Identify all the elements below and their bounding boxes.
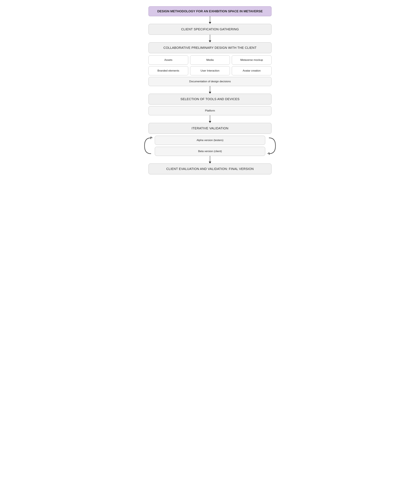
platform-box: Platform — [148, 106, 272, 115]
collab-design-label: COLLABORATIVE PRELIMINARY DESIGN WITH TH… — [163, 46, 257, 49]
arrow-1 — [209, 16, 211, 24]
final-label: CLIENT EVALUATION AND VALIDATION: FINAL … — [166, 167, 254, 171]
branded-elements-label: Branded elements — [158, 69, 179, 72]
client-spec-box: CLIENT SPECIFICATION GATHERING — [148, 24, 272, 35]
iterative-validation-box: ITERATIVE VALIDATION — [148, 123, 272, 134]
selection-box: SELECTION OF TOOLS AND DEVICES — [148, 94, 272, 105]
assets-label: Assets — [164, 58, 172, 61]
user-interaction-box: User Interaction — [190, 66, 230, 75]
media-box: Media — [190, 55, 230, 65]
iterative-validation-label: ITERATIVE VALIDATION — [192, 126, 228, 130]
version-boxes-column: Alpha version (testers) Beta version (cl… — [155, 136, 265, 156]
platform-label: Platform — [205, 109, 215, 112]
diagram-container: DESIGN METHODOLOGY FOR AN EXHIBITION SPA… — [142, 6, 278, 174]
documentation-box: Documentation of design decisions — [148, 77, 272, 86]
alpha-version-label: Alpha version (testers) — [197, 139, 223, 142]
avatar-creation-label: Avatar creation — [243, 69, 261, 72]
arrow-5 — [209, 156, 211, 163]
sub-items-grid-row1: Assets Media Metaverse mockup — [148, 55, 272, 65]
documentation-label: Documentation of design decisions — [189, 80, 231, 83]
arrow-4 — [209, 115, 211, 123]
selection-label: SELECTION OF TOOLS AND DEVICES — [181, 97, 239, 101]
branded-elements-box: Branded elements — [148, 66, 188, 75]
collab-design-box: COLLABORATIVE PRELIMINARY DESIGN WITH TH… — [148, 42, 272, 53]
beta-version-label: Beta version (client) — [198, 150, 222, 153]
version-boxes-wrapper: Alpha version (testers) Beta version (cl… — [142, 136, 278, 156]
assets-box: Assets — [148, 55, 188, 65]
curved-arrow-left — [142, 136, 153, 155]
title-text: DESIGN METHODOLOGY FOR AN EXHIBITION SPA… — [157, 9, 263, 13]
curved-arrow-right — [267, 136, 278, 155]
arrow-3 — [209, 86, 211, 94]
avatar-creation-box: Avatar creation — [232, 66, 272, 75]
sub-items-grid-row2: Branded elements User Interaction Avatar… — [148, 66, 272, 75]
title-box: DESIGN METHODOLOGY FOR AN EXHIBITION SPA… — [148, 6, 272, 16]
beta-version-box: Beta version (client) — [155, 147, 265, 156]
arrow-2 — [209, 35, 211, 42]
user-interaction-label: User Interaction — [201, 69, 219, 72]
metaverse-mockup-box: Metaverse mockup — [232, 55, 272, 65]
alpha-version-box: Alpha version (testers) — [155, 136, 265, 145]
client-spec-label: CLIENT SPECIFICATION GATHERING — [181, 28, 239, 31]
final-box: CLIENT EVALUATION AND VALIDATION: FINAL … — [148, 163, 272, 174]
metaverse-mockup-label: Metaverse mockup — [240, 58, 263, 61]
media-label: Media — [206, 58, 214, 61]
